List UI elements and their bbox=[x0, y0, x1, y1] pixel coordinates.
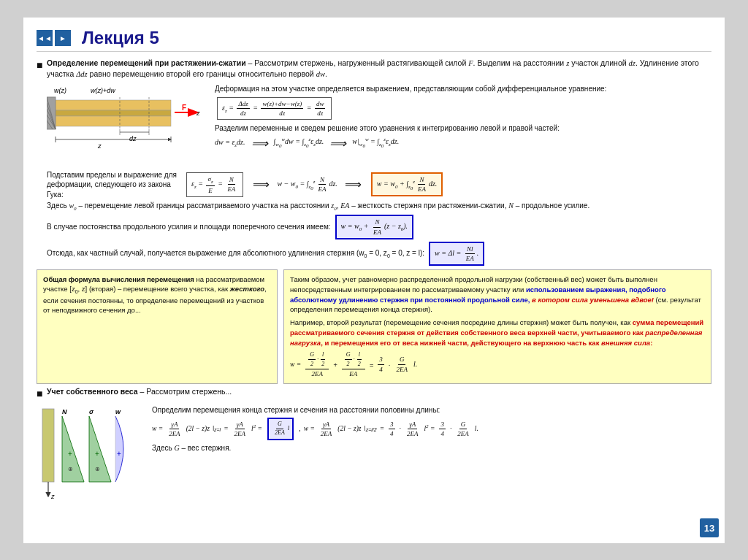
arrow2: ⟹ bbox=[329, 136, 346, 152]
arrow3: ⟹ bbox=[253, 177, 270, 193]
g-var: G bbox=[174, 444, 179, 452]
bottom-formula-row: w = γA 2EA (2l − z)z |z=l = γA 2EA l2 = … bbox=[152, 417, 711, 441]
svg-rect-24 bbox=[42, 409, 54, 482]
svg-text:z: z bbox=[196, 110, 200, 117]
diagram-formulas: Деформация на этом участке определяется … bbox=[207, 84, 711, 153]
bottom-text1: Определим перемещения конца стержня и се… bbox=[152, 405, 711, 415]
bar-diagram: w(z) w(z)+dw bbox=[47, 84, 207, 166]
nav-back-button[interactable]: ◄◄ bbox=[37, 30, 53, 46]
w-minus-w0: w − w0 = ∫z0zNEAdz. bbox=[277, 175, 337, 193]
svg-text:+: + bbox=[68, 450, 72, 458]
w-frac1: γA 2EA bbox=[167, 420, 182, 438]
two-col-section: Общая формула вычисления перемещения на … bbox=[37, 269, 711, 384]
w-bracket2: (2l − z)z bbox=[337, 424, 361, 434]
page-number: 13 bbox=[700, 518, 719, 537]
svg-text:⊕: ⊕ bbox=[68, 466, 73, 472]
deform-label: Деформация на этом участке определяется … bbox=[215, 84, 711, 94]
frac3: 3 4 bbox=[378, 355, 384, 375]
epsilon-formula: εz = Δdzdz = w(z)+dw−w(z)dz = dwdz bbox=[215, 96, 711, 120]
section2-title: Учет собственного веса bbox=[47, 387, 138, 396]
bullet-marker: ■ bbox=[37, 58, 47, 80]
section2: ■ Учет собственного веса – Рассмотрим ст… bbox=[37, 386, 711, 401]
svg-text:+: + bbox=[117, 450, 121, 458]
svg-text:z: z bbox=[50, 493, 55, 500]
right-text-box: Таким образом, учет равномерно распредел… bbox=[283, 269, 711, 384]
svg-text:σ: σ bbox=[89, 408, 94, 415]
plus1: + bbox=[333, 360, 337, 370]
w-frac6: 3 4 bbox=[439, 420, 446, 438]
svg-text:w(z): w(z) bbox=[54, 87, 66, 94]
main-content: ■ Определение перемещений при растяжении… bbox=[37, 58, 711, 502]
divide-label: Разделим переменные и сведем решение это… bbox=[215, 123, 711, 134]
right-text-main: Таким образом, учет равномерно распредел… bbox=[290, 275, 705, 315]
w-bracket: (2l − z)z bbox=[186, 424, 210, 434]
section1-text: Определение перемещений при растяжении-с… bbox=[47, 58, 711, 80]
slide-header: ◄◄ ► Лекция 5 bbox=[37, 28, 711, 52]
svg-text:N: N bbox=[62, 408, 67, 415]
red-sum: сумма перемещений рассматриваемого сечен… bbox=[290, 318, 703, 347]
red-text1: в котором сила уменьшена вдвое! bbox=[532, 296, 654, 304]
frac1: G2·l2 2EA bbox=[305, 350, 329, 378]
yellow-box-left: Общая формула вычисления перемещения на … bbox=[37, 269, 278, 384]
here-text: Здесь w0 – перемещение левой границы рас… bbox=[47, 201, 711, 212]
constant-text: В случае постоянства продольного усилия … bbox=[47, 222, 331, 232]
yellow-title: Общая формула вычисления перемещения bbox=[43, 275, 194, 283]
svg-text:⊕: ⊕ bbox=[95, 466, 100, 472]
w-frac2: γA 2EA bbox=[233, 420, 248, 438]
w-comma: , bbox=[299, 424, 300, 434]
g-formula: w = bbox=[290, 360, 301, 370]
arrow1: ⟹ bbox=[251, 136, 268, 152]
slide: ◄◄ ► Лекция 5 ■ Определение перемещений … bbox=[23, 18, 725, 543]
nav-forward-button[interactable]: ► bbox=[55, 30, 71, 46]
w-eval1: |z=l bbox=[213, 424, 221, 433]
slide-title: Лекция 5 bbox=[82, 28, 159, 48]
svg-marker-30 bbox=[89, 416, 111, 482]
w-eval2: |z=l/2 bbox=[365, 424, 377, 433]
italic-ext: внешняя сила bbox=[601, 339, 650, 347]
svg-text:F: F bbox=[182, 104, 186, 112]
svg-text:dz: dz bbox=[129, 135, 137, 142]
frac4: G 2EA bbox=[394, 355, 409, 375]
w-frac5: γA 2EA bbox=[405, 420, 420, 438]
frac2: G2·l2 EA bbox=[342, 350, 365, 378]
section1-title: Определение перемещений при растяжении-с… bbox=[47, 58, 246, 67]
w-result: w|w0w = ∫z0zεzdz. bbox=[352, 137, 399, 150]
arrow4: ⟹ bbox=[345, 177, 362, 193]
svg-rect-4 bbox=[54, 116, 171, 126]
w-frac7: G 2EA bbox=[456, 420, 470, 438]
bottom-text2: Здесь G – вес стержня. bbox=[152, 443, 711, 453]
substitute-formulas: εz = σzE = NEA ⟹ w − w0 = ∫z0zNEAdz. ⟹ w… bbox=[184, 172, 445, 198]
integral-eq: ∫w0wdw = ∫z0zεzdz. bbox=[274, 137, 324, 150]
svg-text:z: z bbox=[97, 142, 102, 150]
l-end: l. bbox=[413, 359, 418, 370]
svg-rect-2 bbox=[54, 100, 171, 110]
dw-formulas: dw = εzdz. ⟹ ∫w0wdw = ∫z0zεzdz. ⟹ w|w0w … bbox=[215, 136, 711, 152]
svg-marker-28 bbox=[62, 416, 84, 482]
w-eq2: = bbox=[224, 424, 228, 434]
special-formula: w = Δl = NlEA. bbox=[429, 242, 484, 266]
substitute-row: Подставим пределы и выражение для деформ… bbox=[47, 170, 711, 200]
bottom-diagrams: z N σ w + + + ⊕ bbox=[37, 405, 146, 502]
w-eq4: = bbox=[380, 424, 384, 434]
bottom-section: z N σ w + + + ⊕ bbox=[37, 405, 711, 502]
nav-arrows[interactable]: ◄◄ ► bbox=[37, 30, 73, 46]
w-dot2: · bbox=[450, 424, 451, 434]
section2-body: – Рассмотрим стержень... bbox=[140, 387, 232, 396]
w-l2b: l2 = bbox=[424, 423, 435, 434]
constant-row: В случае постоянства продольного усилия … bbox=[47, 214, 711, 239]
svg-text:w: w bbox=[115, 408, 121, 415]
substitute-label: Подставим пределы и выражение для деформ… bbox=[47, 170, 178, 200]
section2-text: Учет собственного веса – Рассмотрим стер… bbox=[47, 386, 711, 401]
bottom-formulas: Определим перемещения конца стержня и се… bbox=[152, 405, 711, 502]
w-g-box: G2EAl bbox=[267, 418, 294, 440]
w-dot: · bbox=[400, 424, 401, 434]
diagram-row: w(z) w(z)+dw bbox=[47, 84, 711, 166]
blue-text1: использованием выражения, подобного абсо… bbox=[290, 285, 666, 304]
constant-formula: w = w0 + NEA(z − z0). bbox=[335, 215, 414, 239]
special-text: Отсюда, как частный случай, получается в… bbox=[47, 248, 424, 259]
right-text-example: Например, второй результат (перемещение … bbox=[290, 318, 705, 348]
w-l-end: l. bbox=[475, 424, 478, 434]
svg-text:w(z)+dw: w(z)+dw bbox=[91, 87, 115, 94]
w-eq-start: w = bbox=[152, 424, 163, 434]
section1: ■ Определение перемещений при растяжении… bbox=[37, 58, 711, 80]
